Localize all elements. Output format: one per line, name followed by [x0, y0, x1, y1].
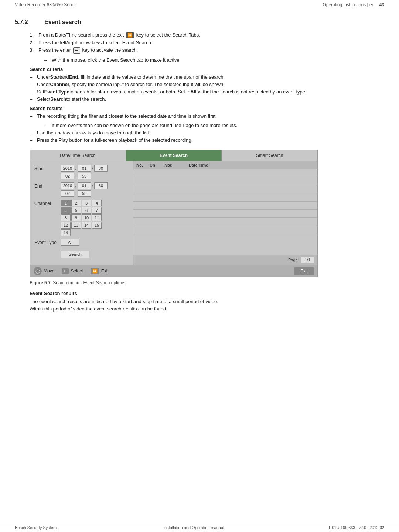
step-3-sub-1: With the mouse, click the Event Search t… [44, 57, 384, 63]
section-number: 5.7.2 [15, 19, 44, 25]
event-search-results-para1: The event search results are indicated b… [30, 298, 369, 312]
event-search-results-heading: Event Search results [30, 291, 384, 296]
table-row [133, 202, 317, 210]
tab-bar[interactable]: Date/Time Search Event Search Smart Sear… [30, 150, 317, 161]
move-label: Move [44, 268, 54, 274]
header-product: Video Recorder 630/650 Series [15, 2, 76, 7]
end-hour[interactable]: 02 [61, 190, 74, 197]
col-ch-header: Ch [150, 163, 163, 167]
start-month[interactable]: 01 [78, 165, 91, 172]
header-section: Operating instructions | en [323, 2, 374, 7]
figure-text: Search menu - Event Search options [53, 280, 125, 285]
results-rows [133, 169, 317, 255]
criteria-3: Set Event Type to search for alarm event… [30, 89, 384, 95]
channel-15[interactable]: 15 [92, 222, 102, 229]
channel-10[interactable]: 10 [82, 214, 91, 221]
result-1-sub: If more events than can be shown on the … [44, 123, 384, 128]
tab-event-search[interactable]: Event Search [126, 150, 222, 161]
result-3: Press the Play button for a full-screen … [30, 137, 384, 143]
channel-label: Channel [34, 200, 61, 206]
exit-item: ⏩ Exit [91, 268, 109, 274]
end-day[interactable]: 30 [94, 182, 108, 189]
exit-key-icon: ⏩ [126, 32, 134, 38]
channel-16[interactable]: 16 [61, 229, 71, 236]
end-min[interactable]: 55 [78, 190, 91, 197]
channel-11[interactable]: 11 [92, 214, 102, 221]
end-year[interactable]: 2010 [61, 182, 74, 189]
channel-5[interactable]: 5 [71, 207, 81, 214]
tab-smart-search[interactable]: Smart Search [222, 150, 317, 161]
search-widget: Date/Time Search Event Search Smart Sear… [30, 150, 318, 277]
table-row [133, 218, 317, 226]
select-item: ↵ Select [62, 268, 83, 274]
col-dt-header: Date/Time [189, 163, 314, 167]
search-results-heading: Search results [30, 106, 384, 111]
criteria-2: Under Channel, specify the camera input … [30, 82, 384, 87]
table-row [133, 177, 317, 185]
channel-grid: 1 2 3 4 ... 5 6 7 8 9 10 11 12 13 [61, 200, 102, 236]
table-row [133, 193, 317, 202]
section-title: Event search [44, 19, 81, 25]
channel-6[interactable]: 6 [82, 207, 91, 214]
figure-label: Figure 5.7 [30, 280, 51, 285]
start-date-row: 2010 / 01 / 30 [61, 165, 108, 172]
result-1: The recording fitting the filter and clo… [30, 113, 384, 119]
table-row [133, 210, 317, 218]
right-panel: No. Ch Type Date/Time [133, 161, 317, 265]
start-year[interactable]: 2010 [61, 165, 74, 172]
channel-field-row: Channel 1 2 3 4 ... 5 6 7 8 9 10 11 [34, 200, 129, 236]
channel-8[interactable]: 8 [61, 214, 71, 221]
start-min[interactable]: 55 [78, 173, 91, 179]
search-results-list: The recording fitting the filter and clo… [30, 113, 384, 119]
header-page: 43 [379, 2, 384, 7]
page-row: Page 1/1 [133, 255, 317, 265]
search-criteria-heading: Search criteria [30, 66, 384, 72]
channel-2[interactable]: 2 [71, 200, 81, 206]
exit-right-button[interactable]: Exit [294, 267, 314, 275]
end-month[interactable]: 01 [78, 182, 91, 189]
search-button[interactable]: Search [61, 251, 89, 258]
criteria-list: Under Start and End, fill in date and ti… [30, 74, 384, 102]
results-header: No. Ch Type Date/Time [133, 161, 317, 169]
figure-caption: Figure 5.7 Search menu - Event Search op… [30, 280, 384, 285]
end-label: End [34, 182, 61, 189]
channel-12[interactable]: 12 [61, 222, 71, 229]
start-hour[interactable]: 02 [61, 173, 74, 179]
channel-9[interactable]: 9 [71, 214, 81, 221]
select-icon: ↵ [62, 268, 69, 274]
channel-4[interactable]: 4 [92, 200, 102, 206]
event-type-all-btn[interactable]: All [61, 239, 79, 246]
exit-icon: ⏩ [91, 268, 99, 274]
result-2: Use the up/down arrow keys to move throu… [30, 130, 384, 135]
page-value: 1/1 [301, 257, 314, 263]
end-time-row: 02 : 55 [61, 190, 108, 197]
channel-7[interactable]: 7 [92, 207, 102, 214]
channel-1[interactable]: 1 [61, 200, 71, 206]
start-time-row: 02 : 55 [61, 173, 108, 179]
start-label: Start [34, 165, 61, 171]
col-no-header: No. [136, 163, 150, 167]
channel-more[interactable]: ... [61, 207, 71, 214]
channel-13[interactable]: 13 [71, 222, 81, 229]
step-1: 1. From a Date/Time search, press the ex… [30, 32, 384, 38]
channel-14[interactable]: 14 [82, 222, 91, 229]
bottom-bar: ◯ Move ↵ Select ⏩ Exit Exit [30, 265, 317, 277]
move-item: ◯ Move [34, 267, 54, 275]
end-values: 2010 / 01 / 30 02 : 55 [61, 182, 108, 197]
event-type-field-row: Event Type All [34, 239, 129, 246]
tab-datetime-search[interactable]: Date/Time Search [30, 150, 126, 161]
start-day[interactable]: 30 [94, 165, 108, 172]
enter-key-icon: ↩ [73, 47, 80, 54]
criteria-4: Select Search to start the search. [30, 96, 384, 102]
page-header: Video Recorder 630/650 Series Operating … [0, 0, 399, 10]
channel-3[interactable]: 3 [82, 200, 91, 206]
step-3: 3. Press the enter ↩ key to activate the… [30, 47, 384, 54]
col-type-header: Type [163, 163, 189, 167]
footer-left: Bosch Security Systems [15, 525, 59, 530]
footer-center: Installation and Operation manual [163, 525, 224, 530]
left-panel: Start 2010 / 01 / 30 02 : 55 [30, 161, 133, 265]
exit-label: Exit [101, 268, 109, 274]
select-label: Select [71, 268, 83, 274]
step-3-sub-list: With the mouse, click the Event Search t… [44, 57, 384, 63]
steps-list: 1. From a Date/Time search, press the ex… [30, 32, 384, 54]
